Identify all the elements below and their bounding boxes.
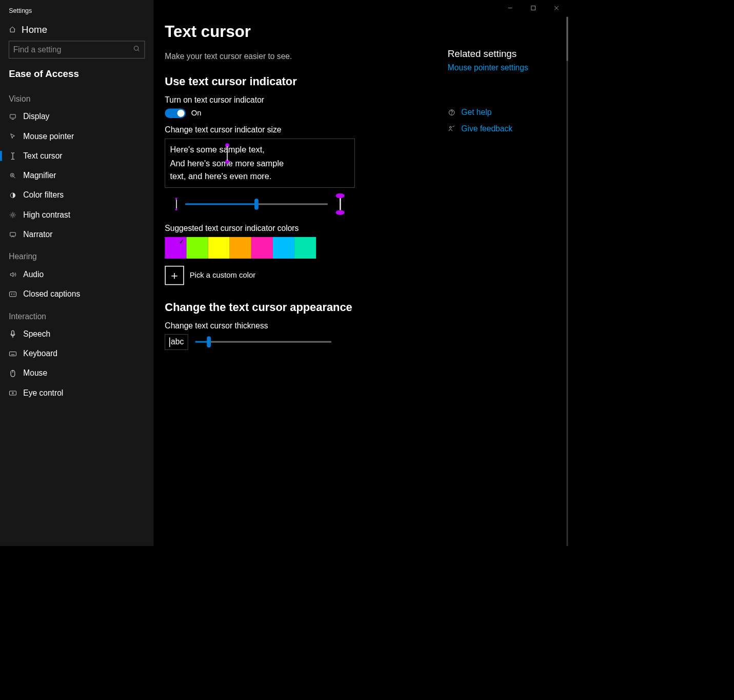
group-label: Vision bbox=[0, 86, 154, 107]
audio-icon bbox=[9, 271, 17, 278]
svg-rect-34 bbox=[9, 391, 16, 395]
slider-thumb[interactable] bbox=[207, 336, 211, 347]
feedback-icon bbox=[448, 125, 456, 132]
sidebar-item-speech[interactable]: Speech bbox=[0, 324, 154, 344]
color-swatch[interactable] bbox=[208, 237, 230, 259]
custom-color-label: Pick a custom color bbox=[190, 271, 255, 280]
sidebar-item-label: Display bbox=[23, 112, 49, 121]
keyboard-icon bbox=[9, 351, 17, 357]
toggle-state-label: On bbox=[191, 109, 202, 118]
scrollbar-thumb[interactable] bbox=[566, 17, 568, 61]
sidebar-item-label: Keyboard bbox=[23, 349, 57, 358]
thickness-sample-text: abc bbox=[171, 337, 184, 346]
mouse-pointer-icon bbox=[9, 133, 17, 140]
sidebar-item-label: Closed captions bbox=[23, 289, 80, 299]
mouse-icon bbox=[9, 370, 17, 378]
text-cursor-icon bbox=[9, 152, 17, 160]
svg-rect-24 bbox=[12, 330, 14, 335]
sidebar-item-label: Narrator bbox=[23, 230, 52, 239]
color-swatch[interactable] bbox=[294, 237, 316, 259]
search-icon bbox=[133, 45, 141, 54]
caret-icon bbox=[169, 337, 170, 347]
color-swatch-row bbox=[165, 237, 552, 259]
related-settings-heading: Related settings bbox=[448, 48, 568, 60]
svg-line-20 bbox=[14, 212, 15, 213]
thickness-slider[interactable] bbox=[195, 341, 331, 343]
sample-text-box: Here's some sample text, And here's some… bbox=[165, 139, 355, 188]
narrator-icon bbox=[9, 231, 17, 238]
right-rail: Related settings Mouse pointer settings … bbox=[448, 48, 568, 141]
sidebar-item-mouse[interactable]: Mouse bbox=[0, 363, 154, 383]
slider-thumb[interactable] bbox=[254, 199, 259, 210]
svg-rect-22 bbox=[10, 232, 16, 236]
color-swatch[interactable] bbox=[251, 237, 273, 259]
give-feedback-link[interactable]: Give feedback bbox=[448, 124, 568, 133]
svg-point-38 bbox=[450, 126, 452, 128]
size-icon-large bbox=[335, 193, 344, 215]
color-swatch[interactable] bbox=[186, 237, 208, 259]
search-input[interactable]: Find a setting bbox=[9, 41, 145, 59]
sidebar-item-label: Mouse pointer bbox=[23, 132, 74, 141]
pick-custom-color[interactable]: ＋ Pick a custom color bbox=[165, 266, 552, 285]
scrollbar[interactable] bbox=[566, 17, 568, 546]
help-icon bbox=[448, 109, 456, 116]
home-nav[interactable]: Home bbox=[0, 20, 154, 41]
get-help-link[interactable]: Get help bbox=[448, 108, 568, 117]
color-swatch[interactable] bbox=[273, 237, 294, 259]
section-appearance-heading: Change the text cursor appearance bbox=[165, 301, 552, 314]
closed-captions-icon bbox=[9, 291, 17, 297]
sidebar-item-narrator[interactable]: Narrator bbox=[0, 225, 154, 244]
sidebar-item-label: Color filters bbox=[23, 190, 64, 200]
magnifier-icon bbox=[9, 172, 17, 179]
display-icon bbox=[9, 113, 17, 120]
sidebar-item-label: Speech bbox=[23, 329, 50, 339]
sidebar-item-magnifier[interactable]: Magnifier bbox=[0, 166, 154, 185]
colors-label: Suggested text cursor indicator colors bbox=[165, 224, 552, 233]
sidebar-item-mouse-pointer[interactable]: Mouse pointer bbox=[0, 126, 154, 146]
svg-point-35 bbox=[12, 392, 14, 394]
mouse-pointer-settings-link[interactable]: Mouse pointer settings bbox=[448, 63, 568, 72]
sidebar-item-text-cursor[interactable]: Text cursor bbox=[0, 146, 154, 166]
color-swatch[interactable] bbox=[230, 237, 251, 259]
svg-line-21 bbox=[11, 216, 11, 217]
app-title: Settings bbox=[0, 4, 154, 20]
give-feedback-label: Give feedback bbox=[461, 124, 512, 133]
group-label: Hearing bbox=[0, 244, 154, 265]
eye-control-icon bbox=[9, 390, 17, 396]
svg-line-19 bbox=[14, 216, 15, 217]
size-icon-small bbox=[175, 198, 177, 210]
plus-icon: ＋ bbox=[165, 266, 184, 285]
sidebar: Settings Home Find a setting Ease of Acc… bbox=[0, 0, 154, 546]
sample-line: Here's some sample text, bbox=[170, 145, 265, 154]
sidebar-item-display[interactable]: Display bbox=[0, 107, 154, 126]
sidebar-item-audio[interactable]: Audio bbox=[0, 265, 154, 284]
indicator-toggle[interactable] bbox=[165, 108, 186, 118]
category-heading: Ease of Access bbox=[0, 63, 154, 87]
sidebar-item-eye-control[interactable]: Eye control bbox=[0, 383, 154, 402]
color-filters-icon bbox=[9, 191, 17, 199]
sidebar-item-closed-captions[interactable]: Closed captions bbox=[0, 284, 154, 304]
sidebar-item-keyboard[interactable]: Keyboard bbox=[0, 344, 154, 363]
main-content: Text cursor Make your text cursor easier… bbox=[154, 0, 568, 546]
cursor-line bbox=[227, 146, 228, 161]
search-placeholder: Find a setting bbox=[13, 45, 133, 54]
svg-rect-6 bbox=[10, 114, 16, 118]
home-icon bbox=[9, 26, 16, 33]
sidebar-item-high-contrast[interactable]: High contrast bbox=[0, 205, 154, 224]
svg-rect-23 bbox=[9, 291, 16, 296]
indicator-size-slider[interactable] bbox=[185, 203, 328, 205]
sidebar-item-label: Eye control bbox=[23, 388, 63, 398]
color-swatch[interactable] bbox=[165, 237, 186, 259]
svg-line-5 bbox=[138, 50, 140, 51]
sidebar-item-label: Text cursor bbox=[23, 151, 62, 161]
sidebar-item-label: Audio bbox=[23, 270, 44, 279]
high-contrast-icon bbox=[9, 211, 17, 218]
sidebar-item-label: High contrast bbox=[23, 210, 70, 220]
get-help-label: Get help bbox=[461, 108, 491, 117]
sidebar-item-color-filters[interactable]: Color filters bbox=[0, 185, 154, 205]
sample-line: text, and here's even more. bbox=[170, 172, 272, 181]
group-label: Interaction bbox=[0, 304, 154, 324]
thickness-sample-box: abc bbox=[165, 334, 188, 349]
svg-line-9 bbox=[13, 176, 15, 178]
home-label: Home bbox=[22, 24, 47, 35]
